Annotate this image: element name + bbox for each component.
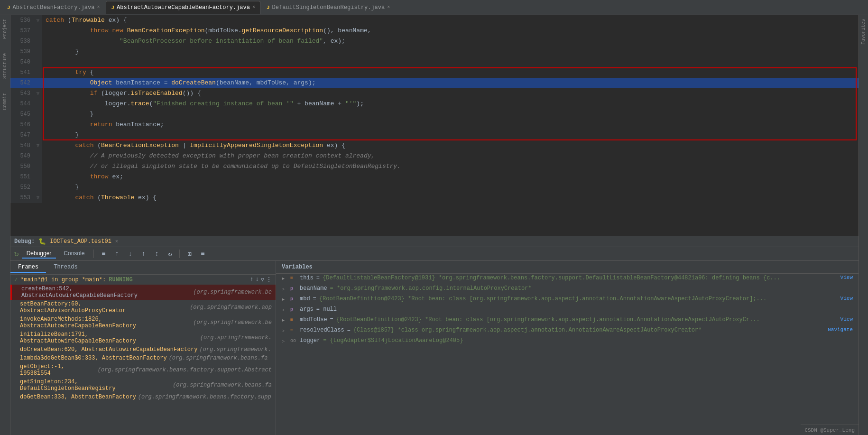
thread-status: RUNNING	[109, 277, 132, 283]
var-item-logger[interactable]: ▷ oo logger = {LogAdapter$Slf4jLocationA…	[276, 336, 859, 347]
var-item-this[interactable]: ▶ ≡ this = {DefaultListableBeanFactory@1…	[276, 274, 859, 284]
java-icon-3: J	[267, 5, 270, 10]
code-line-539: 539 }	[10, 46, 859, 57]
stack-frame-5[interactable]: lambda$doGetBean$0:333, AbstractBeanFact…	[10, 354, 276, 362]
var-icon-logger: oo	[290, 337, 297, 343]
thread-controls: ↑ ↓ ▽ ⋮	[250, 276, 272, 283]
var-icon-args: p	[290, 306, 297, 312]
threads-tab[interactable]: Threads	[46, 262, 85, 273]
var-item-mbd[interactable]: ▶ p mbd = {RootBeanDefinition@2423} *Roo…	[276, 295, 859, 305]
debug-step-into-icon[interactable]: ↓	[125, 249, 135, 259]
stack-frame-1[interactable]: setBeanFactory:60, AbstractAdvisorAutoPr…	[10, 300, 276, 315]
var-item-resolvedclass[interactable]: ▷ ≡ resolvedClass = {Class@1857} *class …	[276, 326, 859, 336]
stack-frame-7[interactable]: getSingleton:234, DefaultSingletonBeanRe…	[10, 378, 276, 393]
debug-panel: Debug: 🐛 IOCTest_AOP.test01 × ↻ Debugger…	[10, 236, 859, 435]
code-line-546: 546 return beanInstance;	[10, 120, 859, 130]
code-area: 536 ▽ catch (Throwable ex) { 537 throw n…	[10, 15, 859, 236]
code-line-548: 548 ▽ catch (BeanCreationException | Imp…	[10, 140, 859, 151]
var-value-resolvedclass: {Class@1857} *class org.springframework.…	[353, 327, 823, 333]
stack-frame-active[interactable]: createBean:542, AbstractAutowireCapableB…	[10, 285, 276, 300]
debug-session-icon: 🐛	[38, 238, 46, 245]
console-tab-btn[interactable]: Console	[59, 249, 89, 259]
code-line-550: 550 // or illegal singleton state to be …	[10, 161, 859, 172]
stack-frame-3[interactable]: initializeBean:1791, AbstractAutowireCap…	[10, 330, 276, 345]
debug-toolbar: ↻ Debugger Console ≡ ↑ ↓ ↑ ↕ ↻ ⊞ ≡	[10, 247, 859, 261]
thread-more-icon[interactable]: ⋮	[266, 276, 272, 283]
debug-title-bar: Debug: 🐛 IOCTest_AOP.test01 ×	[10, 236, 859, 247]
tab-close-2[interactable]: ×	[252, 5, 255, 10]
debug-session-label[interactable]: IOCTest_AOP.test01	[50, 238, 111, 245]
tab-label-3: DefaultSingletonBeanRegistry.java	[272, 4, 385, 11]
debugger-tab-btn[interactable]: Debugger	[22, 249, 56, 259]
var-item-mbdtouse[interactable]: ▶ ≡ mbdToUse = {RootBeanDefinition@2423}…	[276, 315, 859, 326]
var-link-this[interactable]: View	[840, 275, 853, 280]
variables-body[interactable]: ▶ ≡ this = {DefaultListableBeanFactory@1…	[276, 274, 859, 435]
toolbar-separator-1	[93, 250, 94, 258]
frames-body[interactable]: ✓ *main*@1 in group *main*: RUNNING ↑ ↓ …	[10, 275, 276, 435]
debug-layout-icon[interactable]: ⊞	[184, 249, 194, 259]
debug-content: Frames Threads ✓ *main*@1 in group *main…	[10, 261, 859, 435]
frames-tab[interactable]: Frames	[10, 262, 46, 273]
var-link-resolvedclass[interactable]: Navigate	[828, 327, 853, 333]
java-icon-2: J	[111, 5, 114, 10]
stack-frame-2[interactable]: invokeAwareMethods:1826, AbstractAutowir…	[10, 315, 276, 330]
frame-method-2: invokeAwareMethods:1826, AbstractAutowir…	[20, 316, 191, 329]
code-line-541: 541 try {	[10, 67, 859, 78]
structure-sidebar-btn[interactable]: Structure	[2, 53, 8, 79]
thread-down-icon[interactable]: ↓	[256, 276, 259, 283]
commit-sidebar-btn[interactable]: Commit	[2, 93, 8, 110]
frame-method-8: doGetBean:333, AbstractBeanFactory	[20, 394, 136, 400]
frame-method-7: getSingleton:234, DefaultSingletonBeanRe…	[20, 379, 171, 392]
code-line-551: 551 throw ex;	[10, 172, 859, 182]
tab-label-2: AbstractAutowireCapableBeanFactory.java	[117, 4, 250, 11]
tab-default-singleton[interactable]: J DefaultSingletonBeanRegistry.java ×	[261, 1, 395, 14]
toolbar-separator-2	[179, 250, 180, 258]
debug-settings-icon[interactable]: ≡	[197, 249, 208, 259]
var-link-mbd[interactable]: View	[840, 296, 853, 301]
frames-header: Frames Threads	[10, 261, 276, 275]
debug-restart-icon[interactable]: ↻	[14, 249, 19, 259]
var-arrow-args: ▷	[282, 306, 287, 313]
tab-abstract-autowire[interactable]: J AbstractAutowireCapableBeanFactory.jav…	[106, 1, 260, 14]
debug-title: Debug:	[14, 238, 35, 245]
thread-up-icon[interactable]: ↑	[250, 276, 253, 283]
var-arrow-beanname: ▷	[282, 285, 287, 292]
tab-abstract-bean-factory[interactable]: J AbstractBeanFactory.java ×	[2, 1, 105, 14]
var-item-args[interactable]: ▷ p args = null	[276, 305, 859, 315]
debug-run-to-cursor-icon[interactable]: ↕	[151, 249, 162, 259]
var-link-mbdtouse[interactable]: View	[840, 316, 853, 322]
var-name-this: this	[300, 275, 314, 281]
thread-name: *main*@1 in group *main*:	[20, 277, 106, 283]
frame-class-5: (org.springframework.beans.fa	[169, 355, 268, 361]
frame-class-active: (org.springframework.be	[193, 289, 272, 296]
var-item-beanname[interactable]: ▷ p beanName = *org.springframework.aop.…	[276, 284, 859, 295]
var-value-mbdtouse: {RootBeanDefinition@2423} *Root bean: cl…	[336, 316, 836, 323]
debug-resume-icon[interactable]: ≡	[98, 249, 109, 259]
code-line-545: 545 }	[10, 109, 859, 120]
tab-label-1: AbstractBeanFactory.java	[13, 4, 95, 11]
project-sidebar-btn[interactable]: Project	[2, 19, 8, 39]
variables-header: Variables	[276, 261, 859, 274]
frame-method-active: createBean:542, AbstractAutowireCapableB…	[21, 286, 191, 299]
tab-close-1[interactable]: ×	[97, 5, 100, 10]
frame-class-2: (org.springframework.be	[193, 319, 272, 326]
stack-frame-4[interactable]: doCreateBean:620, AbstractAutowireCapabl…	[10, 345, 276, 354]
debug-step-out-icon[interactable]: ↑	[138, 249, 148, 259]
debug-step-over-icon[interactable]: ↑	[111, 249, 122, 259]
code-line-543: 543 ▽ if (logger.isTraceEnabled()) {	[10, 88, 859, 99]
thread-filter-icon[interactable]: ▽	[261, 276, 264, 283]
tab-close-3[interactable]: ×	[387, 5, 390, 10]
code-line-540: 540	[10, 57, 859, 67]
frame-class-3: (org.springframework.	[200, 334, 272, 341]
favorites-sidebar-btn[interactable]: Favorites	[861, 19, 866, 45]
frame-method-1: setBeanFactory:60, AbstractAdvisorAutoPr…	[20, 301, 188, 314]
stack-frame-6[interactable]: getObject:-1, 195381554 (org.springframe…	[10, 362, 276, 378]
debug-evaluate-icon[interactable]: ↻	[165, 249, 175, 259]
code-line-538: 538 "BeanPostProcessor before instantiat…	[10, 36, 859, 46]
frame-class-8: (org.springframework.beans.factory.supp	[138, 394, 271, 400]
code-line-553: 553 ▽ catch (Throwable ex) {	[10, 193, 859, 203]
var-icon-this: ≡	[290, 275, 297, 281]
debug-session-close[interactable]: ×	[115, 239, 118, 244]
tab-bar: J AbstractBeanFactory.java × J AbstractA…	[0, 0, 868, 15]
stack-frame-8[interactable]: doGetBean:333, AbstractBeanFactory (org.…	[10, 393, 276, 401]
